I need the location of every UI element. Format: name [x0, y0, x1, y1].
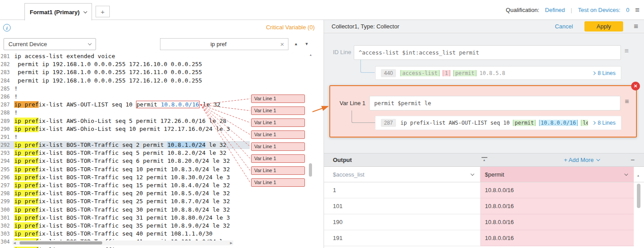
idline-match-row[interactable]: 440 access-list 1 permit 10.8.5.8 8 Line… [375, 66, 621, 80]
scrollbar-thumb[interactable] [20, 241, 102, 244]
close-icon[interactable]: × [631, 82, 640, 91]
code-line[interactable]: 287ip prefix-list AWS-OUT-LIST seq 10 pe… [0, 101, 250, 109]
code-line[interactable]: 300ip prefix-list BOS-TOR-Traffic seq 30… [0, 206, 250, 214]
var-line-box[interactable]: Var Line 1 [251, 166, 305, 175]
line-text: ip prefix-list AWS-OUT-LIST seq 10 permi… [14, 101, 250, 109]
collector-panel: Collector1, Type: Collector Cancel Apply… [324, 20, 644, 248]
chevron-right-icon [592, 121, 595, 125]
segment: ip access-list extended voice [14, 53, 115, 59]
code-line[interactable]: 303ip prefix-list BOS-TOR-Traffic seq 40… [0, 230, 250, 238]
find-previous-button[interactable]: ▲ [292, 40, 300, 47]
horizontal-scrollbar[interactable]: ◀ ▶ [12, 240, 233, 245]
segment-g: permit [453, 70, 476, 76]
collapse-panel-icon[interactable]: ▲ [481, 157, 487, 162]
code-line[interactable]: 295ip prefix-list BOS-TOR-Traffic seq 10… [0, 165, 250, 173]
code-line[interactable]: 289ip prefix-list AWS-Ohio-List seq 5 pe… [0, 117, 250, 125]
critical-variable-link[interactable]: Critical Variable (0) [266, 24, 315, 31]
varline-pattern-input[interactable] [369, 96, 620, 110]
scroll-up-icon[interactable]: ▲ [308, 53, 313, 56]
var-line-section: × Var Line 1 ≡ 287 ip prefix-list AWS-OU… [329, 85, 637, 138]
code-line[interactable]: 282 permit ip 192.168.1.0 0.0.0.255 172.… [0, 60, 250, 68]
segment-y: ip pref [14, 198, 39, 205]
device-selector[interactable]: Current Device [4, 38, 96, 50]
output-row[interactable]: 110.8.0.0/16 [324, 182, 644, 198]
line-number: 300 [0, 206, 14, 214]
collapse-output-icon[interactable]: − [631, 157, 635, 164]
add-more-button[interactable]: + Add More [564, 157, 600, 163]
code-line[interactable]: 294ip prefix-list BOS-TOR-Traffic seq 6 … [0, 157, 250, 165]
match-text: ip prefix-list AWS-OUT-LIST seq 10 permi… [400, 120, 588, 126]
varline-match-row[interactable]: 287 ip prefix-list AWS-OUT-LIST seq 10 p… [375, 116, 621, 130]
tab-format1-primary[interactable]: Format1 (Primary) [24, 3, 92, 20]
line-text: ip prefix-list BOS-TOR-Traffic seq 10 pe… [14, 165, 250, 173]
code-line[interactable]: 293ip prefix-list BOS-TOR-Traffic seq 5 … [0, 149, 250, 157]
var-line-box[interactable]: Var Line 1 [251, 178, 305, 187]
segment-y: ip pref [14, 166, 39, 173]
var-line-box[interactable]: Var Line 1 [251, 94, 305, 103]
code-line[interactable]: 283 permit ip 192.168.1.0 0.0.0.255 172.… [0, 68, 250, 76]
output-row[interactable]: 19110.8.0.0/16 [324, 230, 644, 246]
code-line[interactable]: 298ip prefix-list BOS-TOR-Traffic seq 20… [0, 189, 250, 197]
chevron-down-icon [624, 172, 628, 175]
code-line[interactable]: 286! [0, 93, 250, 101]
menu-icon[interactable]: ≡ [624, 47, 628, 55]
scrollbar-thumb[interactable] [637, 184, 640, 208]
expand-lines-link[interactable]: 8 Lines [592, 70, 616, 76]
output-scrollbar[interactable]: ▲ [635, 167, 642, 248]
info-icon[interactable]: i [3, 24, 11, 31]
add-tab-button[interactable]: + [96, 6, 110, 17]
cancel-button[interactable]: Cancel [555, 23, 573, 30]
code-line[interactable]: 291! [0, 133, 250, 141]
expand-lines-link[interactable]: 8 Lines [592, 120, 616, 126]
var-line-box[interactable]: Var Line 1 [251, 154, 305, 163]
app-window: Format1 (Primary) + Qualification: Defin… [0, 0, 644, 248]
code-line[interactable]: 297ip prefix-list BOS-TOR-Traffic seq 15… [0, 181, 250, 189]
clear-search-icon[interactable]: × [276, 40, 288, 48]
code-line[interactable]: 285! [0, 85, 250, 93]
test-on-devices-count[interactable]: 0 [626, 7, 629, 13]
line-number: 297 [0, 181, 14, 189]
chevron-right-icon [592, 71, 595, 75]
scroll-up-icon[interactable]: ▲ [635, 174, 641, 177]
code-line[interactable]: 284 permit ip 192.168.1.0 0.0.0.255 172.… [0, 77, 250, 85]
segment: ix-list BOS-TOR-Traffic seq 30 permit 10… [39, 206, 230, 213]
code-line[interactable]: 288! [0, 109, 250, 117]
scrollbar-thumb[interactable] [309, 163, 312, 177]
code-line[interactable]: 290ip prefix-list AWS-Ohio-List seq 10 p… [0, 125, 250, 133]
code-line[interactable]: 292ip prefix-list BOS-TOR-Traffic seq 2 … [0, 141, 250, 149]
var-line-box[interactable]: Var Line 1 [251, 106, 305, 115]
line-text: permit ip 192.168.1.0 0.0.0.255 172.16.1… [14, 68, 250, 76]
menu-icon[interactable]: ≡ [635, 6, 640, 14]
scroll-left-icon[interactable]: ◀ [13, 240, 16, 245]
column-header-access-list[interactable]: $access_list [324, 167, 480, 182]
qualification-value-link[interactable]: Defined [545, 7, 565, 13]
test-on-devices-link[interactable]: Test on Devices: [578, 7, 620, 13]
lines-count-label: 8 Lines [598, 70, 616, 76]
output-row[interactable]: 10110.8.0.0/16 [324, 198, 644, 214]
idline-pattern-input[interactable] [354, 45, 621, 60]
code-line[interactable]: 299ip prefix-list BOS-TOR-Traffic seq 25… [0, 197, 250, 205]
code-line[interactable]: 302ip prefix-list BOS-TOR-Traffic seq 35… [0, 222, 250, 230]
segment: ix-list BOS-TOR-Traffic seq 25 permit 10… [39, 198, 230, 205]
column-header-permit[interactable]: $permit [480, 167, 634, 182]
output-row[interactable]: 19010.8.0.0/16 [324, 214, 644, 230]
menu-icon[interactable]: ≡ [625, 98, 629, 105]
vertical-scrollbar[interactable]: ▲ [308, 52, 313, 248]
find-next-button[interactable]: ▼ [303, 40, 311, 47]
output-cell-access-list: 101 [324, 198, 480, 214]
code-line[interactable]: 296ip prefix-list BOS-TOR-Traffic seq 12… [0, 173, 250, 181]
scroll-right-icon[interactable]: ▶ [230, 240, 232, 245]
segment-y: ip pref [14, 118, 39, 124]
code-line[interactable]: 281ip access-list extended voice [0, 52, 250, 60]
line-text: ip prefix-list BOS-TOR-Traffic seq 35 pe… [14, 222, 250, 230]
var-line-box[interactable]: Var Line 1 [251, 130, 305, 139]
line-text: ip prefix-list AWS-Ohio-List seq 10 perm… [14, 125, 250, 133]
var-line-box[interactable]: Var Line 1 [251, 118, 305, 127]
apply-button[interactable]: Apply [584, 21, 623, 31]
code-line[interactable]: 305ip prefix-list BOS-TOR-Traffic [0, 246, 250, 248]
code-line[interactable]: 301ip prefix-list BOS-TOR-Traffic seq 31… [0, 214, 250, 222]
segment-y: ip pref [14, 182, 39, 189]
var-line-box[interactable]: Var Line 1 [251, 142, 305, 151]
search-input[interactable] [160, 41, 276, 47]
menu-icon[interactable]: ≡ [634, 23, 638, 30]
